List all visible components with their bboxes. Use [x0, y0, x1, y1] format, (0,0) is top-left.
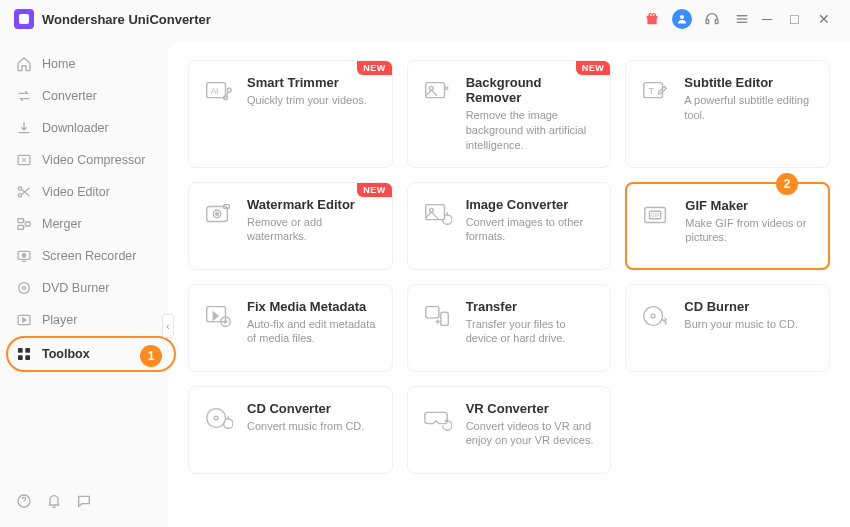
svg-point-15: [23, 287, 26, 290]
svg-rect-41: [425, 306, 438, 317]
app-window: Wondershare UniConverter ─ □ ✕ Home: [0, 0, 850, 527]
tool-card-watermark-editor[interactable]: NEW Watermark Editor Remove or add water…: [188, 182, 393, 270]
bg-remove-icon: [420, 75, 454, 109]
svg-point-13: [22, 254, 25, 257]
tool-desc: Burn your music to CD.: [684, 317, 798, 332]
app-title: Wondershare UniConverter: [42, 12, 211, 27]
titlebar-actions: ─ □ ✕: [642, 9, 836, 29]
disc-icon: [16, 280, 32, 296]
sidebar-item-label: Downloader: [42, 121, 109, 135]
sidebar: Home Converter Downloader Video Compress…: [0, 38, 168, 527]
menu-icon[interactable]: [732, 9, 752, 29]
sidebar-item-toolbox[interactable]: Toolbox 1: [0, 338, 168, 370]
sidebar-item-player[interactable]: Player: [0, 304, 168, 336]
user-avatar-icon[interactable]: [672, 9, 692, 29]
sidebar-item-video-editor[interactable]: Video Editor: [0, 176, 168, 208]
tool-card-gif-maker[interactable]: 2 GIF GIF Maker Make GIF from videos or …: [625, 182, 830, 270]
tool-card-transfer[interactable]: Transfer Transfer your files to device o…: [407, 284, 612, 372]
tool-card-smart-trimmer[interactable]: NEW AI Smart Trimmer Quickly trim your v…: [188, 60, 393, 168]
tool-card-background-remover[interactable]: NEW Background Remover Remove the image …: [407, 60, 612, 168]
tool-grid: NEW AI Smart Trimmer Quickly trim your v…: [188, 60, 830, 474]
maximize-button[interactable]: □: [790, 11, 808, 27]
svg-rect-11: [25, 222, 30, 226]
svg-point-14: [19, 283, 30, 294]
tool-card-cd-converter[interactable]: CD Converter Convert music from CD.: [188, 386, 393, 474]
tool-title: Fix Media Metadata: [247, 299, 380, 314]
sidebar-collapse-button[interactable]: ‹: [162, 314, 174, 338]
headset-icon[interactable]: [702, 9, 722, 29]
merge-icon: [16, 216, 32, 232]
tool-title: Watermark Editor: [247, 197, 380, 212]
svg-point-25: [227, 88, 231, 92]
cd-burn-icon: [638, 299, 672, 333]
svg-rect-9: [18, 219, 23, 223]
sidebar-item-converter[interactable]: Converter: [0, 80, 168, 112]
tool-title: Transfer: [466, 299, 599, 314]
sidebar-item-label: Merger: [42, 217, 82, 231]
svg-rect-20: [25, 355, 30, 360]
annotation-badge-1: 1: [140, 345, 162, 367]
watermark-icon: [201, 197, 235, 231]
tool-title: Image Converter: [466, 197, 599, 212]
sidebar-item-label: Toolbox: [42, 347, 90, 361]
svg-rect-2: [715, 20, 718, 24]
play-icon: [16, 312, 32, 328]
transfer-icon: [420, 299, 454, 333]
converter-icon: [16, 88, 32, 104]
scissors-icon: [16, 184, 32, 200]
sidebar-item-downloader[interactable]: Downloader: [0, 112, 168, 144]
download-icon: [16, 120, 32, 136]
help-icon[interactable]: [16, 493, 32, 509]
feedback-icon[interactable]: [76, 493, 92, 509]
tool-desc: Quickly trim your videos.: [247, 93, 367, 108]
tool-card-subtitle-editor[interactable]: T Subtitle Editor A powerful subtitle ed…: [625, 60, 830, 168]
tool-card-fix-metadata[interactable]: Fix Media Metadata Auto-fix and edit met…: [188, 284, 393, 372]
minimize-button[interactable]: ─: [762, 11, 780, 27]
tool-card-cd-burner[interactable]: CD Burner Burn your music to CD.: [625, 284, 830, 372]
gift-icon[interactable]: [642, 9, 662, 29]
tool-desc: Convert music from CD.: [247, 419, 364, 434]
image-convert-icon: [420, 197, 454, 231]
svg-point-45: [207, 408, 226, 427]
svg-rect-42: [440, 312, 448, 325]
sidebar-item-label: Video Compressor: [42, 153, 145, 167]
sidebar-item-label: DVD Burner: [42, 281, 109, 295]
sidebar-item-dvd-burner[interactable]: DVD Burner: [0, 272, 168, 304]
home-icon: [16, 56, 32, 72]
tool-desc: Convert images to other formats.: [466, 215, 599, 245]
new-badge: NEW: [357, 61, 392, 75]
sidebar-item-merger[interactable]: Merger: [0, 208, 168, 240]
svg-rect-34: [425, 204, 444, 219]
sidebar-item-video-compressor[interactable]: Video Compressor: [0, 144, 168, 176]
svg-rect-17: [18, 348, 23, 353]
svg-rect-1: [706, 20, 709, 24]
tool-desc: Auto-fix and edit metadata of media file…: [247, 317, 380, 347]
close-button[interactable]: ✕: [818, 11, 836, 27]
sidebar-bottom: [0, 483, 168, 519]
sidebar-item-home[interactable]: Home: [0, 48, 168, 80]
app-logo-icon: [14, 9, 34, 29]
bell-icon[interactable]: [46, 493, 62, 509]
svg-rect-10: [18, 225, 23, 229]
tool-card-image-converter[interactable]: Image Converter Convert images to other …: [407, 182, 612, 270]
record-icon: [16, 248, 32, 264]
subtitle-icon: T: [638, 75, 672, 109]
toolbox-icon: [16, 346, 32, 362]
svg-rect-19: [18, 355, 23, 360]
tool-desc: A powerful subtitle editing tool.: [684, 93, 817, 123]
cd-convert-icon: [201, 401, 235, 435]
annotation-badge-2: 2: [776, 173, 798, 195]
tool-card-vr-converter[interactable]: VR Converter Convert videos to VR and en…: [407, 386, 612, 474]
svg-text:AI: AI: [211, 86, 219, 96]
tool-title: CD Burner: [684, 299, 798, 314]
new-badge: NEW: [357, 183, 392, 197]
vr-icon: [420, 401, 454, 435]
svg-point-44: [652, 314, 656, 318]
svg-text:GIF: GIF: [651, 211, 661, 217]
trimmer-icon: AI: [201, 75, 235, 109]
tool-desc: Remove or add watermarks.: [247, 215, 380, 245]
tool-title: GIF Maker: [685, 198, 816, 213]
sidebar-item-screen-recorder[interactable]: Screen Recorder: [0, 240, 168, 272]
svg-point-43: [644, 306, 663, 325]
tool-title: CD Converter: [247, 401, 364, 416]
